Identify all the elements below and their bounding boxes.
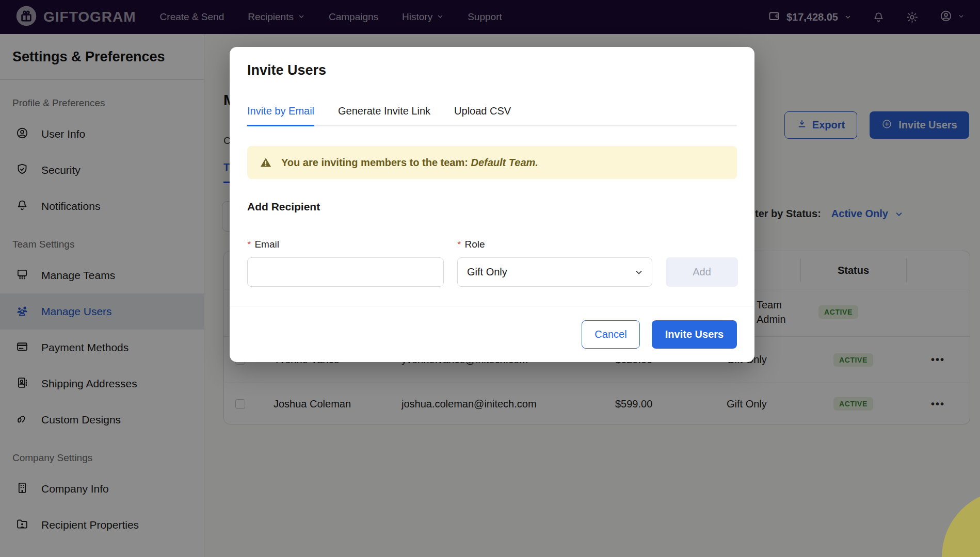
team-warning-banner: You are inviting members to the team: De… (247, 146, 737, 179)
app: GIFTOGRAM Create & Send Recipients Campa… (0, 0, 980, 557)
email-field[interactable] (247, 257, 444, 287)
modal-tabs: Invite by Email Generate Invite Link Upl… (247, 105, 737, 126)
email-label: *Email (247, 239, 444, 250)
invite-users-submit-button[interactable]: Invite Users (652, 320, 737, 349)
tab-generate-invite-link[interactable]: Generate Invite Link (338, 105, 430, 125)
warning-triangle-icon (260, 156, 272, 169)
cancel-button[interactable]: Cancel (582, 320, 640, 349)
invite-users-modal: Invite Users Invite by Email Generate In… (230, 47, 754, 362)
add-recipient-button[interactable]: Add (666, 257, 738, 287)
team-name: Default Team. (471, 157, 538, 168)
required-mark: * (247, 239, 251, 250)
add-recipient-heading: Add Recipient (247, 201, 320, 213)
tab-invite-by-email[interactable]: Invite by Email (247, 105, 314, 126)
modal-footer: Cancel Invite Users (230, 306, 754, 362)
modal-title: Invite Users (247, 62, 326, 78)
add-recipient-form: *Email *Role Gift Only Add (247, 239, 738, 287)
required-mark: * (457, 239, 461, 250)
tab-upload-csv[interactable]: Upload CSV (454, 105, 511, 125)
role-selected-value: Gift Only (467, 266, 507, 278)
role-label: *Role (457, 239, 652, 250)
warning-text: You are inviting members to the team: De… (281, 157, 538, 169)
role-select[interactable]: Gift Only (457, 257, 652, 287)
chevron-down-icon (634, 268, 644, 277)
